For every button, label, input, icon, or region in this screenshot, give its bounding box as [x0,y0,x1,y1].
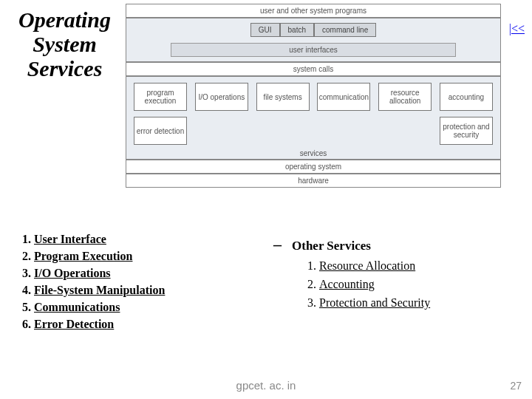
list-item-label: Resource Allocation [319,259,415,272]
diagram-hw-band: hardware [126,174,501,188]
list-item: Communications [34,301,259,314]
diagram-syscalls-band: system calls [126,62,501,76]
list-item-label: I/O Operations [34,267,111,279]
svc-box: protection and security [440,117,493,145]
svc-spacer [195,117,248,145]
svc-spacer [256,117,310,145]
diagram-batch-box: batch [280,23,314,37]
list-item-label: User Interface [34,233,106,245]
diagram-ui-band: user interfaces [171,43,456,57]
title-line: Services [27,56,103,81]
diagram-cmdline-box: command line [314,23,376,37]
diagram-top-band: user and other system programs [126,4,501,18]
footer-page-number: 27 [510,380,522,392]
back-link[interactable]: |<< [509,22,525,35]
svc-spacer [378,117,432,145]
list-item-label: Protection and Security [319,296,430,309]
list-item: User Interface [34,233,259,246]
svc-box: accounting [440,83,493,111]
other-services-heading: Other Services [292,239,371,253]
diagram-ui-layer: GUI batch command line user interfaces [126,18,501,62]
dash-icon: – [273,235,282,253]
svc-box: file systems [256,83,310,111]
list-item-label: Communications [34,301,120,313]
svc-box: program execution [134,83,187,111]
title-line: System [33,32,97,56]
svc-box: error detection [134,117,187,145]
services-list-left: User Interface Program Execution I/O Ope… [15,229,259,335]
svc-box: I/O operations [195,83,248,111]
list-item: File-System Manipulation [34,284,259,297]
list-item-label: Error Detection [34,318,114,330]
list-item-label: Accounting [319,278,375,290]
diagram-services-caption: services [131,148,496,157]
title-line: Operating [18,7,111,32]
list-item: Program Execution [34,250,259,263]
list-item: Error Detection [34,318,259,331]
list-item: Resource Allocation [319,259,517,273]
list-item-label: Program Execution [34,250,132,262]
list-item-label: File-System Manipulation [34,284,165,296]
svc-box: resource allocation [378,83,432,111]
list-item: I/O Operations [34,267,259,280]
footer-site: gpcet. ac. in [0,379,532,392]
svc-box: communication [317,83,370,111]
services-list-right: – Other Services Resource Allocation Acc… [273,235,517,315]
list-item: Accounting [319,278,517,291]
os-architecture-diagram: user and other system programs GUI batch… [126,4,501,218]
page-title: Operating System Services [4,7,126,81]
diagram-gui-box: GUI [250,23,280,37]
diagram-os-band: operating system [126,160,501,174]
svc-spacer [317,117,370,145]
list-item: Protection and Security [319,296,517,310]
diagram-services-layer: program execution I/O operations file sy… [126,76,501,160]
